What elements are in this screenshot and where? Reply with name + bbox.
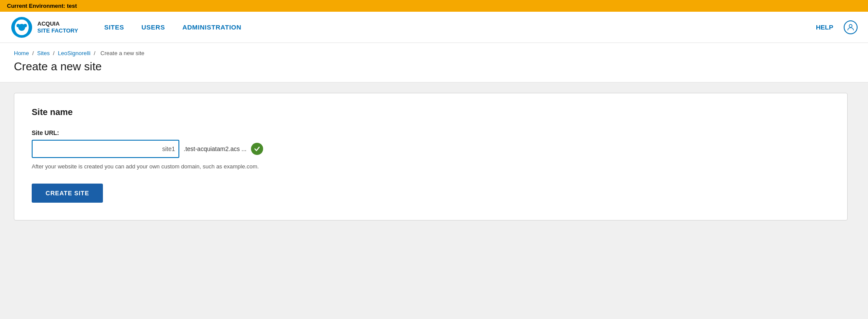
helper-text: After your website is created you can ad… xyxy=(32,163,830,170)
site-url-input[interactable] xyxy=(32,140,179,158)
section-title: Site name xyxy=(32,107,830,117)
url-domain: .test-acquiatam2.acs ... xyxy=(184,145,247,152)
svg-point-1 xyxy=(17,24,20,27)
nav-right: HELP xyxy=(816,20,858,34)
environment-bar: Current Environment: test xyxy=(0,0,868,12)
url-field-row: site1 .test-acquiatam2.acs ... xyxy=(32,140,830,158)
page-title: Create a new site xyxy=(14,60,854,73)
logo-text: ACQUIA SITE FACTORY xyxy=(37,20,78,34)
breadcrumb-leosignorelli[interactable]: LeoSignorelli xyxy=(58,50,90,56)
page-header: Home / Sites / LeoSignorelli / Create a … xyxy=(0,43,868,82)
user-icon[interactable] xyxy=(844,20,858,34)
breadcrumb-sites[interactable]: Sites xyxy=(37,50,50,56)
nav-links: SITES USERS ADMINISTRATION xyxy=(104,23,816,31)
site-url-label: Site URL: xyxy=(32,129,830,136)
main-content: Site name Site URL: site1 .test-acquiata… xyxy=(0,82,868,319)
top-nav: ACQUIA SITE FACTORY SITES USERS ADMINIST… xyxy=(0,12,868,43)
breadcrumb-current: Create a new site xyxy=(100,50,144,56)
logo-line1: ACQUIA xyxy=(37,20,78,27)
logo-icon xyxy=(10,16,33,39)
url-input-wrapper: site1 xyxy=(32,140,179,158)
logo-line2: SITE FACTORY xyxy=(37,27,78,34)
nav-users[interactable]: USERS xyxy=(142,23,165,31)
svg-point-2 xyxy=(23,24,27,27)
nav-sites[interactable]: SITES xyxy=(104,23,124,31)
svg-point-3 xyxy=(849,24,852,27)
logo: ACQUIA SITE FACTORY xyxy=(10,16,78,39)
breadcrumb-home[interactable]: Home xyxy=(14,50,29,56)
valid-check-icon xyxy=(251,143,263,155)
help-link[interactable]: HELP xyxy=(816,23,833,31)
environment-label: Current Environment: test xyxy=(7,3,77,9)
breadcrumb: Home / Sites / LeoSignorelli / Create a … xyxy=(14,50,854,56)
create-site-button[interactable]: CREATE SITE xyxy=(32,184,103,203)
form-card: Site name Site URL: site1 .test-acquiata… xyxy=(14,93,848,220)
nav-administration[interactable]: ADMINISTRATION xyxy=(182,23,241,31)
